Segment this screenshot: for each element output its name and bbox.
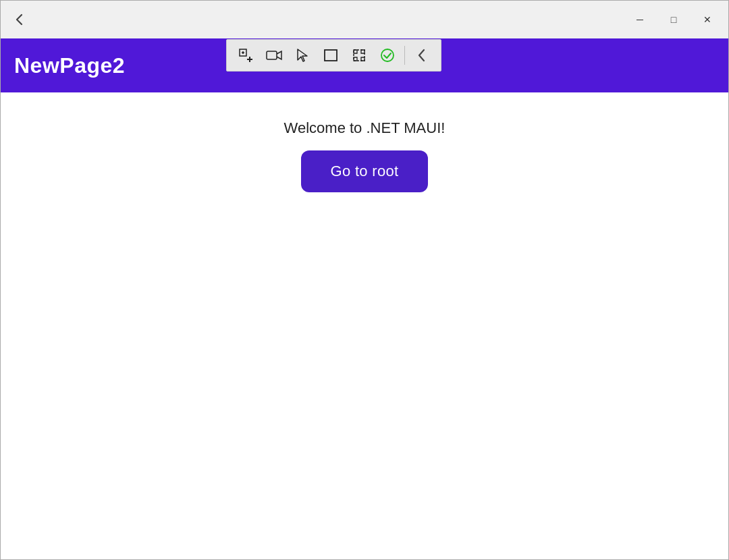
validate-icon xyxy=(380,48,395,63)
title-bar-controls: ─ □ ✕ xyxy=(624,9,723,30)
title-bar-left xyxy=(6,6,33,33)
camera-button[interactable] xyxy=(261,43,288,67)
go-to-root-button[interactable]: Go to root xyxy=(301,150,429,192)
toolbar-back-button[interactable] xyxy=(408,43,435,67)
svg-marker-6 xyxy=(298,49,307,61)
transform-icon xyxy=(352,48,367,63)
rect-icon xyxy=(323,49,338,62)
chevron-left-icon xyxy=(417,48,427,63)
add-child-button[interactable] xyxy=(232,43,259,67)
rect-button[interactable] xyxy=(317,43,344,67)
close-icon: ✕ xyxy=(703,14,711,25)
back-arrow-icon xyxy=(13,13,26,26)
inspector-toolbar xyxy=(226,39,441,72)
add-child-icon xyxy=(238,48,253,63)
welcome-text: Welcome to .NET MAUI! xyxy=(284,119,446,137)
svg-rect-7 xyxy=(325,50,337,61)
close-button[interactable]: ✕ xyxy=(692,9,723,30)
app-window: ─ □ ✕ xyxy=(0,0,729,560)
transform-button[interactable] xyxy=(346,43,373,67)
maximize-icon: □ xyxy=(671,14,676,25)
main-content: Welcome to .NET MAUI! Go to root xyxy=(1,92,728,559)
select-icon xyxy=(296,48,309,63)
minimize-icon: ─ xyxy=(637,14,643,25)
svg-rect-5 xyxy=(267,51,277,59)
window-back-button[interactable] xyxy=(6,6,33,33)
toolbar-divider xyxy=(404,46,405,65)
select-button[interactable] xyxy=(289,43,316,67)
page-title: NewPage2 xyxy=(14,53,125,78)
camera-icon xyxy=(266,49,282,61)
minimize-button[interactable]: ─ xyxy=(624,9,655,30)
title-bar: ─ □ ✕ xyxy=(1,1,728,38)
validate-button[interactable] xyxy=(374,43,401,67)
svg-point-13 xyxy=(381,49,394,61)
maximize-button[interactable]: □ xyxy=(658,9,689,30)
svg-rect-8 xyxy=(354,50,364,61)
